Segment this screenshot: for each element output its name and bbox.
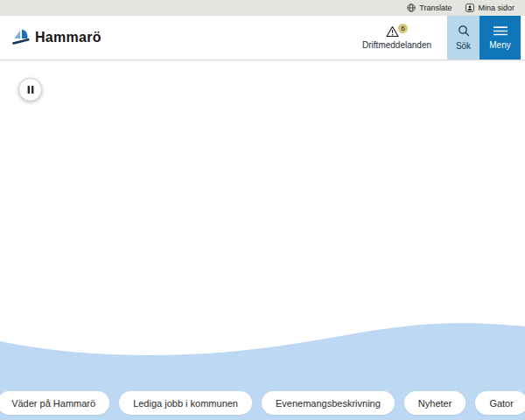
sailboat-logo-icon	[11, 28, 31, 48]
logo-text: Hammarö	[35, 30, 102, 46]
quicklink-gator[interactable]: Gator	[475, 391, 525, 415]
driftmeddelanden-label: Driftmeddelanden	[362, 40, 431, 50]
translate-label: Translate	[419, 4, 452, 12]
search-button-label: Sök	[456, 41, 471, 51]
search-icon	[458, 24, 470, 39]
driftmeddelanden-icon-group: 6	[386, 25, 408, 39]
top-utility-bar: Translate Mina sidor	[0, 0, 525, 16]
globe-icon	[407, 4, 416, 12]
quicklink-lediga-jobb[interactable]: Lediga jobb i kommunen	[119, 391, 252, 415]
user-card-icon	[466, 4, 474, 12]
menu-button-label: Meny	[489, 40, 510, 50]
media-pause-button[interactable]	[18, 78, 42, 102]
menu-button[interactable]: Meny	[480, 16, 521, 60]
menu-icon	[494, 25, 508, 38]
site-header: Hammarö 6 Driftmeddelanden Sök	[0, 16, 525, 60]
header-spacer	[102, 16, 362, 60]
driftmeddelanden-count-badge: 6	[398, 24, 408, 33]
hero-section: Väder på Hammarö Lediga jobb i kommunen …	[0, 60, 525, 420]
translate-link[interactable]: Translate	[407, 4, 452, 12]
driftmeddelanden-link[interactable]: 6 Driftmeddelanden	[362, 16, 431, 60]
quicklinks-row: Väder på Hammarö Lediga jobb i kommunen …	[0, 391, 525, 415]
quicklink-vader[interactable]: Väder på Hammarö	[0, 391, 109, 415]
search-button[interactable]: Sök	[447, 16, 480, 60]
warning-triangle-icon	[386, 25, 399, 41]
quicklink-evenemang[interactable]: Evenemangsbeskrivning	[262, 391, 395, 415]
quicklink-nyheter[interactable]: Nyheter	[404, 391, 466, 415]
mina-sidor-label: Mina sidor	[478, 4, 514, 12]
site-logo-home-link[interactable]: Hammarö	[0, 16, 102, 60]
pause-icon	[27, 83, 34, 96]
mina-sidor-link[interactable]: Mina sidor	[466, 4, 514, 12]
